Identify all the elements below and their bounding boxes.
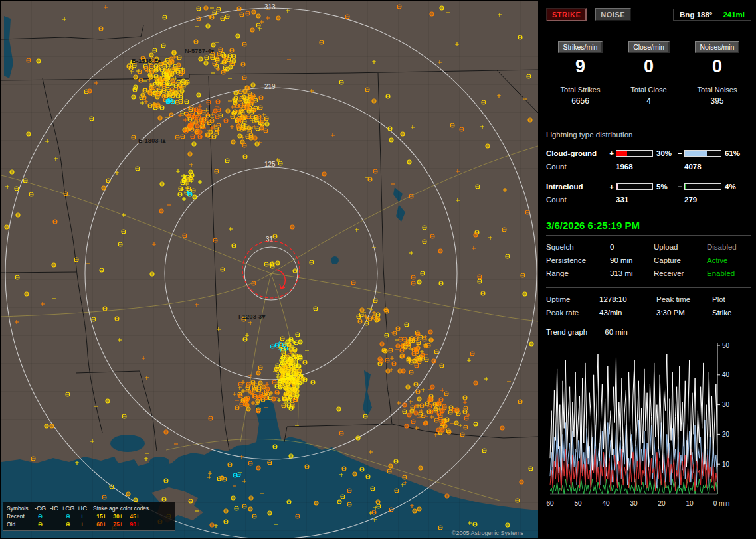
plus-sign: + xyxy=(607,183,616,191)
legend-col-neg-cg: -CG xyxy=(33,504,47,512)
ic-negative-percent: 4% xyxy=(721,183,751,191)
rate-statistics: Strikes/min 9 Total Strikes 6656 Close/m… xyxy=(546,41,751,106)
svg-text:0 min: 0 min xyxy=(713,500,729,507)
total-noises-value: 395 xyxy=(683,96,751,106)
close-per-min-value: 0 xyxy=(614,56,683,77)
cloud-ground-count-row: Count 1968 4078 xyxy=(546,163,751,171)
divider xyxy=(546,287,751,288)
receiver-status: Enabled xyxy=(707,270,751,277)
legend-header-row: Symbols -CG -IC +CG +IC Strike age color… xyxy=(7,504,171,512)
svg-text:40: 40 xyxy=(602,500,610,507)
trend-graph-header: Trend graph 60 min xyxy=(546,328,751,336)
svg-text:20: 20 xyxy=(658,500,666,507)
cg-negative-bar xyxy=(684,150,721,157)
peak-rate-label: Peak rate xyxy=(546,309,599,317)
range-value: 313 mi xyxy=(610,270,654,277)
plus-icon: + xyxy=(75,520,89,528)
svg-text:40: 40 xyxy=(722,371,730,378)
intracloud-label: Intracloud xyxy=(546,183,607,191)
map-viewport[interactable]: 31321912531 B-1538 E▸N-5787-4▾E-1803-I▴I… xyxy=(1,1,538,538)
range-ring-label: 219 xyxy=(264,83,276,90)
storm-cell-label: I-1203-3▾ xyxy=(238,313,266,320)
storm-cell-label: E-1803-I▴ xyxy=(138,137,166,144)
lightning-map-canvas: 31321912531 B-1538 E▸N-5787-4▾E-1803-I▴I… xyxy=(1,1,538,538)
plus-icon: + xyxy=(75,512,89,520)
close-stat-column: Close/min 0 Total Close 4 xyxy=(614,41,683,106)
minus-sign: − xyxy=(676,149,684,157)
legend-col-pos-ic: +IC xyxy=(75,504,89,512)
intracloud-row: Intracloud + 5% − 4% xyxy=(546,183,751,191)
settings-panel: Squelch 0 Upload Disabled Persistence 90… xyxy=(546,243,751,277)
cg-positive-bar xyxy=(616,150,653,157)
capture-label: Capture xyxy=(654,256,707,264)
trend-window-value: 60 min xyxy=(605,328,628,336)
noise-mode-button[interactable]: NOISE xyxy=(595,8,631,21)
age-code-15: 15+ xyxy=(93,512,110,520)
legend-col-pos-cg: +CG xyxy=(61,504,75,512)
trend-graph-label: Trend graph xyxy=(546,328,587,336)
map-legend: Symbols -CG -IC +CG +IC Strike age color… xyxy=(3,502,175,531)
svg-text:20: 20 xyxy=(722,431,730,438)
svg-text:10: 10 xyxy=(686,500,694,507)
legend-old-label: Old xyxy=(7,520,33,528)
ic-negative-bar-fill xyxy=(685,184,686,189)
bearing-value: Bng 188° xyxy=(680,11,712,19)
capture-status: Active xyxy=(707,256,751,264)
total-close-value: 4 xyxy=(614,96,683,106)
control-panel: STRIKE NOISE Bng 188° 241mi Strikes/min … xyxy=(541,0,756,539)
divider xyxy=(546,214,751,214)
ic-positive-bar xyxy=(616,183,653,190)
cg-positive-bar-fill xyxy=(616,151,627,156)
close-per-min-button[interactable]: Close/min xyxy=(628,41,670,53)
noises-per-min-button[interactable]: Noises/min xyxy=(695,41,740,53)
range-ring-label: 31 xyxy=(266,236,274,243)
cloud-ground-label: Cloud-ground xyxy=(546,149,607,157)
legend-col-neg-ic: -IC xyxy=(47,504,61,512)
age-code-75: 75+ xyxy=(110,520,126,528)
runtime-panel: Uptime 1278:10 Peak time Plot Peak rate … xyxy=(546,295,751,317)
bearing-readout: Bng 188° 241mi xyxy=(673,9,751,21)
peak-time-label: Peak time xyxy=(656,295,712,303)
strike-mode-button[interactable]: STRIKE xyxy=(546,8,587,21)
bearing-distance: 241mi xyxy=(723,11,745,19)
svg-text:60: 60 xyxy=(546,500,554,507)
cg-negative-count: 4078 xyxy=(684,163,751,171)
strikes-per-min-value: 9 xyxy=(546,56,614,77)
noises-per-min-value: 0 xyxy=(683,56,751,77)
svg-text:10: 10 xyxy=(722,461,730,468)
current-datetime: 3/6/2026 6:25:19 PM xyxy=(546,220,751,231)
total-close-label: Total Close xyxy=(614,86,683,94)
uptime-label: Uptime xyxy=(546,295,599,303)
svg-text:50: 50 xyxy=(722,342,730,349)
minus-icon: − xyxy=(47,512,61,520)
plot-value: Strike xyxy=(712,309,751,317)
range-ring-label: 125 xyxy=(264,161,276,168)
age-code-45: 45+ xyxy=(126,512,143,520)
total-noises-label: Total Noises xyxy=(683,86,751,94)
persistence-label: Persistence xyxy=(546,256,610,264)
minus-icon: − xyxy=(47,520,61,528)
circle-minus-icon: ⊖ xyxy=(33,520,47,528)
legend-old-row: Old ⊖ − ⊕ + 60+ 75+ 90+ xyxy=(7,520,171,528)
peak-rate-value: 43/min xyxy=(599,309,656,317)
svg-text:30: 30 xyxy=(722,401,730,408)
distribution-section-title: Lightning type distribution xyxy=(546,131,751,141)
receiver-label: Receiver xyxy=(654,270,707,277)
cloud-ground-row: Cloud-ground + 30% − 61% xyxy=(546,149,751,157)
cg-positive-count: 1968 xyxy=(616,163,676,171)
divider xyxy=(546,235,751,236)
trend-graph: 50403020106050403020100 min xyxy=(546,340,752,512)
strikes-per-min-button[interactable]: Strikes/min xyxy=(558,41,603,53)
county-lines xyxy=(1,1,538,538)
uptime-value: 1278:10 xyxy=(599,295,656,303)
total-strikes-value: 6656 xyxy=(546,96,614,106)
plus-sign: + xyxy=(607,149,616,157)
svg-text:30: 30 xyxy=(630,500,638,507)
persistence-value: 90 min xyxy=(610,256,654,264)
minus-sign: − xyxy=(676,183,684,191)
circle-plus-icon: ⊕ xyxy=(61,512,75,520)
total-strikes-label: Total Strikes xyxy=(546,86,614,94)
cg-negative-percent: 61% xyxy=(721,149,751,157)
count-label: Count xyxy=(546,196,607,204)
circle-plus-icon: ⊕ xyxy=(61,520,75,528)
